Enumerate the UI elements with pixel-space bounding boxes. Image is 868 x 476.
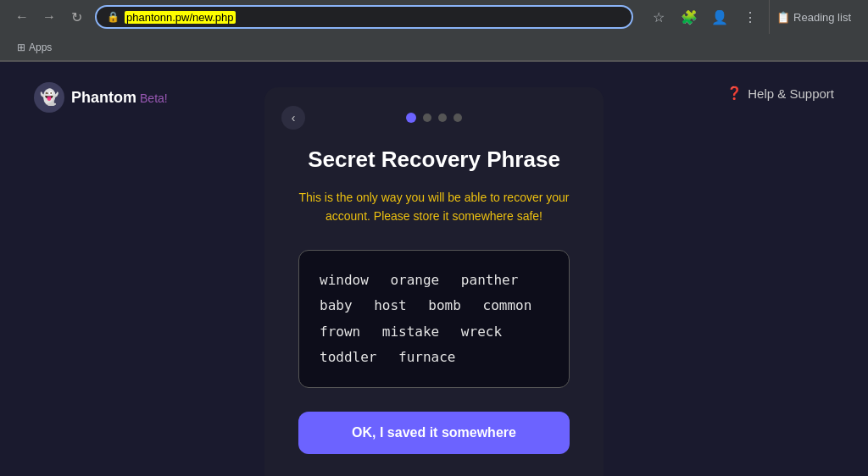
seed-phrase-words: window orange panther baby host bomb com…	[320, 268, 548, 371]
recovery-phrase-card: ‹ Secret Recovery Phrase This is the onl…	[264, 87, 604, 476]
dot-3	[438, 113, 447, 122]
pagination-dots: ‹	[298, 113, 570, 123]
apps-bookmark[interactable]: ⊞ Apps	[10, 38, 58, 57]
ok-saved-button[interactable]: OK, I saved it somewhere	[298, 412, 570, 454]
reading-list-icon: 📋	[776, 11, 790, 24]
address-bar-container: 🔒 phantonn.pw/new.php	[95, 5, 633, 29]
lock-icon: 🔒	[107, 11, 120, 23]
url-highlight: phantonn.pw/new.php	[125, 11, 236, 24]
back-button[interactable]: ←	[10, 5, 34, 29]
browser-chrome: ← → ↻ 🔒 phantonn.pw/new.php ☆ 🧩 👤 ⋮ 📋 Re…	[0, 0, 868, 62]
browser-toolbar: ← → ↻ 🔒 phantonn.pw/new.php ☆ 🧩 👤 ⋮ 📋 Re…	[0, 0, 868, 34]
phantom-beta-label: Beta!	[140, 91, 168, 105]
nav-buttons: ← → ↻	[10, 5, 88, 29]
help-support-label: Help & Support	[748, 86, 834, 101]
reading-list-label: Reading list	[793, 11, 851, 24]
bookmarks-bar: ⊞ Apps	[0, 34, 868, 61]
phantom-brand-name: Phantom	[71, 89, 136, 106]
reload-button[interactable]: ↻	[64, 5, 88, 29]
dot-1	[406, 113, 416, 123]
apps-label: Apps	[29, 42, 52, 53]
dot-4	[453, 113, 462, 122]
card-title: Secret Recovery Phrase	[298, 147, 570, 173]
star-button[interactable]: ☆	[647, 5, 670, 29]
help-support-button[interactable]: ❓ Help & Support	[726, 86, 834, 101]
extensions-button[interactable]: 🧩	[677, 5, 701, 29]
dot-2	[423, 113, 431, 122]
toolbar-icons: ☆ 🧩 👤 ⋮	[647, 5, 762, 29]
phantom-logo-icon: 👻	[34, 82, 64, 113]
help-icon: ❓	[726, 86, 743, 101]
phantom-header: 👻 PhantomBeta!	[34, 82, 168, 113]
phantom-name-label: PhantomBeta!	[71, 89, 168, 107]
address-bar-url[interactable]: phantonn.pw/new.php	[125, 11, 621, 24]
menu-button[interactable]: ⋮	[738, 5, 762, 29]
apps-grid-icon: ⊞	[17, 42, 25, 53]
page-content: 👻 PhantomBeta! ❓ Help & Support ‹ Secret…	[0, 62, 868, 476]
warning-text: This is the only way you will be able to…	[298, 188, 570, 226]
reading-list-button[interactable]: 📋 Reading list	[769, 0, 858, 34]
prev-step-button[interactable]: ‹	[281, 106, 305, 130]
forward-button[interactable]: →	[37, 5, 61, 29]
seed-phrase-box: window orange panther baby host bomb com…	[298, 250, 570, 389]
account-button[interactable]: 👤	[708, 5, 732, 29]
